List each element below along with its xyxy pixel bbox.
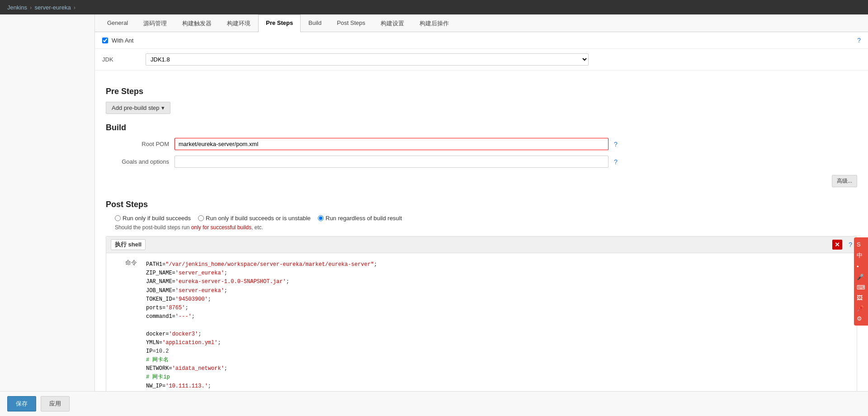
- bottom-bar: 保存 应用: [0, 391, 868, 416]
- goals-input[interactable]: [175, 156, 609, 168]
- post-steps-note: Should the post-build steps run only for…: [106, 224, 857, 231]
- with-ant-row: With Ant ?: [95, 32, 868, 49]
- radio-regardless[interactable]: Run regardless of build result: [318, 215, 402, 222]
- code-line-10: YMLN='application.yml';: [146, 339, 853, 347]
- root-pom-label: Root POM: [106, 141, 169, 147]
- tab-post-steps[interactable]: Post Steps: [329, 14, 373, 32]
- root-pom-row: Root POM ?: [106, 138, 857, 150]
- radio-success-label: Run only if build succeeds: [123, 215, 191, 222]
- toolbar-settings-icon[interactable]: ⚙: [856, 314, 866, 323]
- goals-help-icon[interactable]: ?: [614, 158, 618, 165]
- root-pom-input[interactable]: [175, 138, 609, 150]
- build-heading: Build: [106, 123, 857, 132]
- breadcrumb-jenkins[interactable]: Jenkins: [7, 4, 27, 11]
- tab-build-settings[interactable]: 构建设置: [373, 14, 412, 32]
- note-highlight: only for successful builds: [191, 224, 251, 231]
- tab-build-trigger[interactable]: 构建触发器: [175, 14, 219, 32]
- with-ant-checkbox[interactable]: [102, 38, 108, 43]
- goals-label: Goals and options: [106, 158, 169, 165]
- post-steps-section: Post Steps Run only if build succeeds Ru…: [106, 200, 857, 416]
- section-body: Pre Steps Add pre-build step ▾ Build Roo…: [95, 71, 868, 416]
- add-pre-build-step-button[interactable]: Add pre-build step ▾: [106, 102, 170, 114]
- left-sidebar: [0, 14, 95, 416]
- shell-help-icon[interactable]: ?: [849, 241, 852, 248]
- code-line-12: # 网卡名: [146, 356, 853, 364]
- with-ant-help-icon[interactable]: ?: [857, 37, 861, 44]
- tab-bar: General 源码管理 构建触发器 构建环境 Pre Steps Build …: [95, 14, 868, 32]
- tab-post-build[interactable]: 构建后操作: [412, 14, 457, 32]
- radio-regardless-input[interactable]: [318, 215, 324, 221]
- radio-success[interactable]: Run only if build succeeds: [115, 215, 191, 222]
- code-line-2: ZIP_NAME='server_eureka';: [146, 269, 853, 278]
- code-line-1: PATH1="/var/jenkins_home/workspace/serve…: [146, 260, 853, 269]
- advanced-row: 高级...: [106, 173, 857, 187]
- jdk-label: JDK: [102, 56, 138, 63]
- code-line-11: IP=10.2: [146, 347, 853, 356]
- toolbar-dot-icon[interactable]: •: [856, 262, 866, 271]
- tab-build-env[interactable]: 构建环境: [219, 14, 258, 32]
- shell-header: 执行 shell ✕ ?: [106, 236, 857, 253]
- breadcrumb-sep-2: ›: [74, 4, 75, 11]
- code-line-15: NW_IP='10.111.113.';: [146, 382, 853, 391]
- advanced-button[interactable]: 高级...: [832, 175, 857, 187]
- toolbar-pin-icon[interactable]: 📌: [856, 304, 866, 312]
- radio-unstable[interactable]: Run only if build succeeds or is unstabl…: [198, 215, 311, 222]
- radio-success-input[interactable]: [115, 215, 121, 221]
- toolbar-img-icon[interactable]: 🖼: [856, 293, 866, 302]
- with-ant-label: With Ant: [112, 37, 133, 44]
- toolbar-s-icon[interactable]: S: [856, 240, 866, 249]
- goals-row: Goals and options ?: [106, 156, 857, 168]
- code-line-8: [146, 321, 853, 330]
- content-area: General 源码管理 构建触发器 构建环境 Pre Steps Build …: [95, 14, 868, 416]
- code-line-14: # 网卡ip: [146, 373, 853, 382]
- tab-build[interactable]: Build: [301, 14, 329, 32]
- toolbar-kb-icon[interactable]: ⌨: [856, 283, 866, 292]
- radio-unstable-input[interactable]: [198, 215, 204, 221]
- jdk-row: JDK JDK1.8 JDK11 JDK17: [95, 49, 868, 71]
- breadcrumb-server-eureka[interactable]: server-eureka: [34, 4, 71, 11]
- jdk-select[interactable]: JDK1.8 JDK11 JDK17: [146, 53, 589, 66]
- code-line-3: JAR_NAME='eureka-server-1.0.0-SNAPSHOT.j…: [146, 278, 853, 286]
- add-step-dropdown-icon: ▾: [161, 104, 165, 111]
- code-line-9: docker='docker3';: [146, 330, 853, 339]
- shell-block: 执行 shell ✕ ? 命令 PATH1="/var/jenkins_home…: [106, 236, 857, 416]
- code-line-6: ports='8765';: [146, 304, 853, 312]
- save-button[interactable]: 保存: [7, 396, 36, 411]
- breadcrumb: Jenkins › server-eureka ›: [0, 0, 868, 14]
- radio-unstable-label: Run only if build succeeds or is unstabl…: [206, 215, 311, 222]
- tab-general[interactable]: General: [99, 14, 136, 32]
- code-line-7: command1='---';: [146, 312, 853, 321]
- pre-steps-heading: Pre Steps: [106, 87, 857, 96]
- tab-source-mgmt[interactable]: 源码管理: [136, 14, 175, 32]
- code-line-5: TOKEN_ID='94503900';: [146, 295, 853, 304]
- shell-title: 执行 shell: [111, 239, 146, 250]
- tab-pre-steps[interactable]: Pre Steps: [258, 14, 301, 32]
- post-steps-radio-group: Run only if build succeeds Run only if b…: [106, 215, 857, 222]
- code-line-4: JOB_NAME='server-eureka';: [146, 287, 853, 295]
- post-steps-heading: Post Steps: [106, 200, 857, 209]
- radio-regardless-label: Run regardless of build result: [326, 215, 402, 222]
- add-step-label: Add pre-build step: [112, 104, 160, 111]
- apply-button[interactable]: 应用: [41, 396, 70, 411]
- root-pom-help-icon[interactable]: ?: [614, 141, 618, 148]
- code-line-13: NETWORK='aidata_network';: [146, 364, 853, 373]
- toolbar-chinese-icon[interactable]: 中: [856, 251, 866, 260]
- shell-close-button[interactable]: ✕: [832, 240, 842, 250]
- right-toolbar: S 中 • 🎤 ⌨ 🖼 📌 ⚙: [854, 237, 868, 326]
- build-section: Build Root POM ? Goals and options ? 高级.…: [106, 123, 857, 187]
- toolbar-mic-icon[interactable]: 🎤: [856, 273, 866, 281]
- breadcrumb-sep-1: ›: [30, 4, 32, 11]
